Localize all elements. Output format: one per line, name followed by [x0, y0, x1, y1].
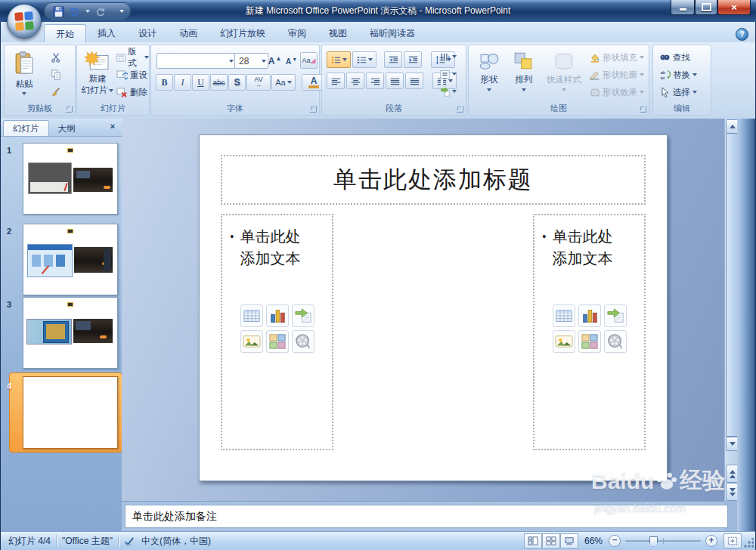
- clear-formatting-button[interactable]: Aa◢: [300, 52, 318, 69]
- text-shadow-button[interactable]: S: [228, 74, 246, 91]
- paragraph-dialog-launcher[interactable]: [457, 106, 463, 113]
- insert-media-button[interactable]: [604, 330, 627, 353]
- increase-indent-button[interactable]: [404, 51, 422, 68]
- normal-view-button[interactable]: [524, 533, 542, 548]
- resize-grip[interactable]: [743, 538, 754, 548]
- tab-design[interactable]: 设计: [127, 24, 168, 42]
- language-indicator[interactable]: 中文(简体，中国): [141, 535, 211, 548]
- slideshow-view-button[interactable]: [560, 533, 578, 548]
- change-case-button[interactable]: Aa: [271, 74, 296, 91]
- tab-slideshow[interactable]: 幻灯片放映: [209, 24, 277, 42]
- insert-smartart-button[interactable]: [292, 304, 314, 327]
- maximize-button[interactable]: [695, 0, 717, 15]
- redo-button[interactable]: [92, 5, 107, 18]
- save-button[interactable]: [51, 5, 66, 18]
- help-icon[interactable]: ?: [736, 28, 748, 41]
- slide-thumbnail-2[interactable]: [23, 224, 118, 295]
- vertical-scrollbar[interactable]: [724, 119, 738, 501]
- insert-clipart-button[interactable]: [578, 330, 601, 353]
- shape-fill-button[interactable]: 形状填充: [590, 50, 644, 65]
- insert-picture-button[interactable]: [553, 330, 575, 353]
- zoom-level[interactable]: 66%: [584, 536, 603, 546]
- paste-button[interactable]: 粘贴: [9, 48, 39, 111]
- clipboard-dialog-launcher[interactable]: [66, 106, 73, 113]
- bullets-button[interactable]: [327, 51, 351, 68]
- insert-media-button[interactable]: [292, 330, 314, 353]
- content-placeholder-left[interactable]: • 单击此处添加文本: [221, 214, 333, 450]
- insert-table-button[interactable]: [553, 304, 575, 327]
- numbering-button[interactable]: [352, 51, 376, 68]
- tab-slides-thumbnails[interactable]: 幻灯片: [3, 120, 49, 136]
- tab-review[interactable]: 审阅: [277, 24, 318, 42]
- font-size-combo[interactable]: 28: [234, 53, 268, 69]
- insert-chart-button[interactable]: [266, 304, 289, 327]
- distributed-button[interactable]: [405, 73, 423, 89]
- slide-editor-area[interactable]: 单击此处添加标题 • 单击此处添加文本 •: [122, 119, 724, 501]
- insert-clipart-button[interactable]: [266, 330, 289, 353]
- undo-button[interactable]: [68, 5, 83, 18]
- undo-dropdown-arrow[interactable]: [85, 10, 90, 13]
- underline-button[interactable]: U: [192, 74, 209, 91]
- pane-close-icon[interactable]: ×: [107, 122, 118, 132]
- insert-smartart-button[interactable]: [604, 304, 627, 327]
- quick-styles-button[interactable]: 快速样式: [543, 48, 585, 111]
- content-placeholder-right[interactable]: • 单击此处添加文本: [533, 214, 646, 450]
- theme-name[interactable]: "Office 主题": [62, 535, 113, 548]
- close-button[interactable]: ×: [717, 0, 751, 15]
- title-bar[interactable]: 新建 Microsoft Office PowerPoint 演示文稿 - Mi…: [0, 0, 756, 22]
- tab-animations[interactable]: 动画: [168, 24, 209, 42]
- justify-button[interactable]: [386, 73, 404, 89]
- layout-button[interactable]: 版式: [116, 50, 149, 65]
- slide-thumbnail-4[interactable]: [23, 376, 118, 449]
- reset-button[interactable]: 重设: [116, 67, 147, 82]
- zoom-slider-thumb[interactable]: [649, 536, 658, 547]
- bold-button[interactable]: B: [156, 74, 173, 91]
- align-center-button[interactable]: [346, 73, 364, 89]
- grow-font-button[interactable]: A▲: [266, 53, 284, 70]
- align-right-button[interactable]: [366, 73, 384, 89]
- tab-view[interactable]: 视图: [318, 24, 358, 42]
- shape-effects-button[interactable]: 形状效果: [590, 85, 644, 100]
- character-spacing-button[interactable]: AV↔: [246, 74, 271, 91]
- shrink-font-button[interactable]: A▼: [283, 53, 300, 70]
- zoom-out-button[interactable]: –: [609, 535, 621, 547]
- find-button[interactable]: 查找: [659, 50, 690, 65]
- copy-button[interactable]: [47, 67, 65, 82]
- convert-smartart-button[interactable]: [440, 84, 461, 99]
- italic-button[interactable]: I: [174, 74, 191, 91]
- slide-sorter-view-button[interactable]: [542, 533, 560, 548]
- slide-canvas[interactable]: 单击此处添加标题 • 单击此处添加文本 •: [199, 134, 668, 481]
- spellcheck-icon[interactable]: [124, 536, 135, 547]
- slide-thumbnail-3[interactable]: [23, 297, 118, 369]
- arrange-button[interactable]: 排列: [508, 48, 540, 111]
- shape-outline-button[interactable]: 形状轮廓: [590, 67, 644, 82]
- strikethrough-button[interactable]: abc: [210, 74, 228, 91]
- minimize-button[interactable]: [671, 0, 695, 15]
- tab-foxit-reader[interactable]: 福昕阅读器: [358, 24, 426, 42]
- format-painter-button[interactable]: [47, 85, 65, 100]
- tab-home[interactable]: 开始: [44, 24, 86, 42]
- select-button[interactable]: 选择: [659, 85, 697, 100]
- insert-table-button[interactable]: [240, 304, 263, 327]
- cut-button[interactable]: [47, 50, 65, 65]
- shapes-button[interactable]: 形状: [473, 48, 505, 111]
- notes-input[interactable]: 单击此处添加备注: [125, 505, 728, 528]
- fit-to-window-button[interactable]: [723, 533, 742, 548]
- office-button[interactable]: [7, 4, 42, 39]
- delete-button[interactable]: 删除: [116, 85, 147, 100]
- new-slide-button[interactable]: 新建 幻灯片: [80, 48, 115, 111]
- zoom-slider[interactable]: [625, 540, 701, 542]
- insert-chart-button[interactable]: [578, 304, 601, 327]
- drawing-dialog-launcher[interactable]: [640, 106, 646, 113]
- title-placeholder[interactable]: 单击此处添加标题: [221, 155, 646, 205]
- replace-button[interactable]: 替换: [659, 67, 697, 82]
- decrease-indent-button[interactable]: [384, 51, 402, 68]
- customize-qat-arrow[interactable]: [119, 10, 124, 13]
- font-dialog-launcher[interactable]: [310, 106, 317, 113]
- align-left-button[interactable]: [327, 73, 345, 89]
- zoom-in-button[interactable]: +: [705, 535, 717, 547]
- slide-thumbnail-1[interactable]: [23, 143, 118, 215]
- font-name-combo[interactable]: [156, 53, 236, 69]
- align-text-button[interactable]: [440, 66, 461, 82]
- text-direction-button[interactable]: [440, 49, 461, 64]
